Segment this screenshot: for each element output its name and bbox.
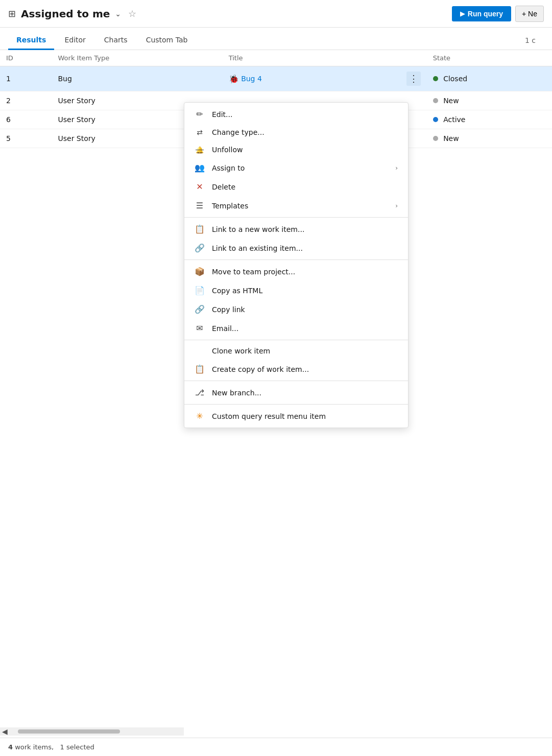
chevron-down-icon[interactable]: ⌄ [115, 10, 121, 18]
selected-label: selected [66, 743, 94, 751]
email-icon: ✉ [195, 323, 205, 333]
menu-item-edit[interactable]: ✏ Edit... [184, 105, 408, 124]
play-icon: ▶ [460, 10, 465, 17]
cell-state: Active [427, 110, 552, 129]
menu-label-change-type: Change type... [212, 128, 398, 136]
link-existing-icon: 🔗 [195, 243, 205, 253]
menu-item-move-project[interactable]: 📦 Move to team project... [184, 262, 408, 281]
table-row[interactable]: 1 Bug 🐞 Bug 4 ⋮ Closed [0, 66, 552, 91]
copy-html-icon: 📄 [195, 286, 205, 295]
state-label: New [443, 134, 459, 143]
state-label: Closed [443, 75, 467, 83]
menu-item-copy-html[interactable]: 📄 Copy as HTML [184, 281, 408, 300]
work-items-count: 4 [8, 743, 13, 751]
menu-item-create-copy[interactable]: 📋 Create copy of work item... [184, 360, 408, 379]
footer-count: 4 work items, 1 selected [8, 743, 94, 751]
cell-id: 6 [0, 110, 52, 129]
menu-divider [184, 381, 408, 381]
cell-id: 2 [0, 91, 52, 110]
menu-item-templates[interactable]: ☰ Templates › [184, 196, 408, 215]
tab-custom[interactable]: Custom Tab [138, 31, 196, 50]
menu-label-edit: Edit... [212, 110, 398, 119]
link-new-icon: 📋 [195, 224, 205, 234]
header-right: ▶ Run query + Ne [452, 6, 544, 22]
state-dot-new [433, 136, 438, 141]
header: ⊞ Assigned to me ⌄ ☆ ▶ Run query + Ne [0, 0, 552, 28]
menu-label-unfollow: Unfollow [212, 146, 398, 154]
run-query-label: Run query [468, 10, 503, 18]
new-label: + Ne [522, 10, 537, 18]
new-button[interactable]: + Ne [515, 6, 544, 22]
context-menu: ✏ Edit... ⇄ Change type... 🔔 Unfollow 👥 … [184, 102, 409, 428]
menu-label-assign-to: Assign to [212, 164, 388, 172]
menu-item-new-branch[interactable]: ⎇ New branch... [184, 383, 408, 402]
count-display: 1 c [517, 31, 544, 50]
scroll-left-arrow[interactable]: ◀ [2, 727, 8, 736]
menu-label-create-copy: Create copy of work item... [212, 365, 398, 373]
menu-item-link-new[interactable]: 📋 Link to a new work item... [184, 220, 408, 239]
star-icon[interactable]: ☆ [128, 8, 136, 19]
col-type: Work Item Type [52, 50, 223, 66]
menu-item-unfollow[interactable]: 🔔 Unfollow [184, 141, 408, 158]
assign-icon: 👥 [195, 163, 205, 173]
tab-charts[interactable]: Charts [96, 31, 136, 50]
menu-label-clone: Clone work item [212, 347, 398, 355]
arrow-icon: › [395, 164, 398, 172]
cell-state: New [427, 91, 552, 110]
menu-label-move-project: Move to team project... [212, 268, 398, 276]
menu-label-link-existing: Link to an existing item... [212, 244, 398, 252]
menu-divider [184, 340, 408, 340]
col-id: ID [0, 50, 52, 66]
menu-item-custom[interactable]: ✳ Custom query result menu item [184, 407, 408, 426]
work-item-link[interactable]: Bug 4 [241, 75, 262, 83]
menu-item-email[interactable]: ✉ Email... [184, 319, 408, 338]
cell-id: 5 [0, 129, 52, 148]
menu-item-assign-to[interactable]: 👥 Assign to › [184, 158, 408, 177]
menu-divider [184, 404, 408, 405]
state-label: Active [443, 115, 465, 124]
menu-item-link-existing[interactable]: 🔗 Link to an existing item... [184, 239, 408, 257]
menu-divider [184, 259, 408, 260]
cell-state: New [427, 129, 552, 148]
custom-icon: ✳ [195, 411, 205, 421]
menu-label-delete: Delete [212, 183, 398, 191]
menu-label-copy-html: Copy as HTML [212, 287, 398, 295]
more-options-button[interactable]: ⋮ [406, 72, 421, 86]
state-dot-closed [433, 76, 438, 81]
delete-icon: ✕ [195, 182, 205, 192]
horizontal-scrollbar[interactable]: ◀ [0, 727, 184, 736]
tabs-bar: Results Editor Charts Custom Tab 1 c [0, 28, 552, 50]
menu-label-new-branch: New branch... [212, 389, 398, 397]
cell-id: 1 [0, 66, 52, 91]
page-title: Assigned to me [21, 8, 110, 20]
state-dot-new [433, 98, 438, 103]
menu-item-copy-link[interactable]: 🔗 Copy link [184, 300, 408, 319]
arrow-icon: › [395, 202, 398, 209]
header-left: ⊞ Assigned to me ⌄ ☆ [8, 8, 452, 20]
menu-label-email: Email... [212, 324, 398, 333]
menu-divider [184, 217, 408, 218]
tab-results[interactable]: Results [8, 31, 54, 50]
menu-item-change-type[interactable]: ⇄ Change type... [184, 124, 408, 141]
table-header-row: ID Work Item Type Title State [0, 50, 552, 66]
unfollow-icon: 🔔 [195, 146, 205, 154]
menu-label-custom: Custom query result menu item [212, 412, 398, 420]
change-type-icon: ⇄ [195, 128, 205, 136]
run-query-button[interactable]: ▶ Run query [452, 6, 511, 21]
state-label: New [443, 97, 459, 105]
menu-label-copy-link: Copy link [212, 305, 398, 314]
tab-editor[interactable]: Editor [56, 31, 93, 50]
templates-icon: ☰ [195, 201, 205, 210]
scrollbar-thumb[interactable] [18, 729, 120, 734]
menu-item-delete[interactable]: ✕ Delete [184, 177, 408, 196]
work-items-label: work items, [15, 743, 54, 751]
new-branch-icon: ⎇ [195, 388, 205, 397]
cell-type: Bug [52, 66, 223, 91]
grid-icon: ⊞ [8, 8, 16, 19]
move-project-icon: 📦 [195, 267, 205, 276]
menu-item-clone[interactable]: Clone work item [184, 342, 408, 360]
cell-title: 🐞 Bug 4 ⋮ [223, 66, 427, 91]
menu-label-templates: Templates [212, 202, 388, 210]
col-title: Title [223, 50, 427, 66]
cell-state: Closed [427, 66, 552, 91]
